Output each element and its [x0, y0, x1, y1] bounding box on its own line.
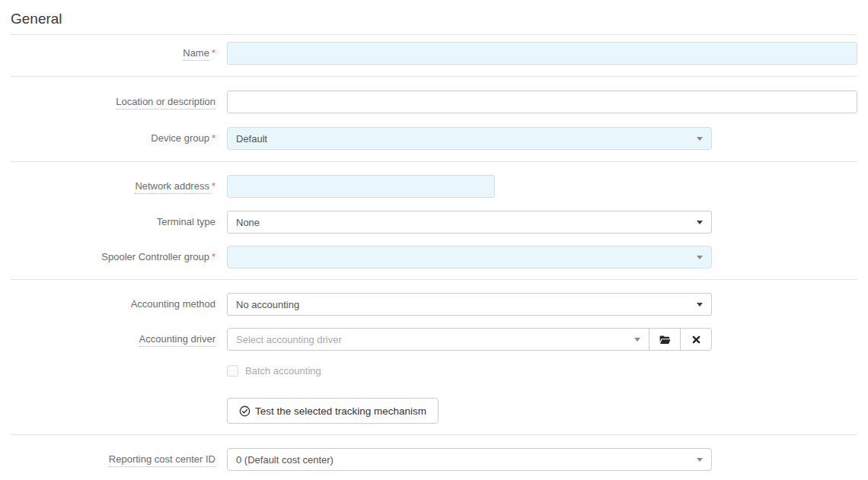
browse-driver-button[interactable]: [649, 328, 681, 351]
network-address-label: Network address*: [11, 180, 215, 192]
required-asterisk: *: [212, 47, 215, 59]
accounting-driver-label: Accounting driver: [11, 333, 215, 345]
terminal-type-label: Terminal type: [11, 216, 215, 228]
device-group-select[interactable]: Default: [227, 127, 712, 150]
folder-open-icon: [659, 335, 671, 345]
chevron-down-icon: [697, 256, 703, 259]
required-asterisk: *: [212, 180, 215, 192]
batch-accounting-checkbox: [227, 365, 238, 377]
general-settings-panel: General Name* Location or description De…: [0, 11, 868, 471]
accounting-driver-select[interactable]: Select accounting driver: [227, 328, 649, 351]
network-address-input[interactable]: [227, 175, 495, 198]
accounting-driver-group: Select accounting driver: [227, 328, 712, 351]
row-terminal-type: Terminal type None: [11, 211, 857, 234]
name-input[interactable]: [227, 42, 857, 65]
name-label: Name*: [11, 47, 215, 59]
row-accounting-driver: Accounting driver Select accounting driv…: [11, 328, 857, 351]
location-input[interactable]: [227, 91, 857, 113]
chevron-down-icon: [697, 221, 703, 224]
section-divider: [11, 76, 857, 77]
reporting-cost-center-label: Reporting cost center ID: [11, 453, 215, 466]
required-asterisk: *: [212, 132, 215, 144]
row-spooler-controller-group: Spooler Controller group*: [11, 246, 857, 269]
chevron-down-icon: [697, 458, 703, 462]
test-tracking-button[interactable]: Test the selected tracking mechanism: [227, 398, 439, 424]
row-batch-accounting: Batch accounting: [11, 365, 857, 377]
terminal-type-select[interactable]: None: [227, 211, 712, 234]
test-tracking-button-label: Test the selected tracking mechanism: [255, 405, 426, 417]
accounting-method-select[interactable]: No accounting: [227, 293, 712, 316]
section-divider: [11, 34, 857, 35]
row-device-group: Device group* Default: [11, 127, 857, 150]
chevron-down-icon: [634, 338, 640, 342]
chevron-down-icon: [697, 303, 703, 307]
row-name: Name*: [11, 42, 857, 65]
clear-x-icon: [692, 335, 700, 344]
section-divider: [11, 161, 857, 162]
device-group-label: Device group*: [11, 132, 215, 145]
chevron-down-icon: [697, 137, 703, 141]
clear-driver-button[interactable]: [680, 328, 712, 351]
row-test-tracking: Test the selected tracking mechanism: [11, 398, 857, 424]
row-location: Location or description: [11, 91, 857, 113]
batch-accounting-label: Batch accounting: [245, 365, 321, 377]
row-network-address: Network address*: [11, 175, 857, 198]
section-divider: [11, 279, 857, 280]
location-label: Location or description: [11, 96, 215, 108]
accounting-method-label: Accounting method: [11, 298, 215, 310]
spooler-controller-group-select[interactable]: [227, 246, 712, 269]
spooler-controller-group-label: Spooler Controller group*: [11, 251, 215, 263]
row-reporting-cost-center: Reporting cost center ID 0 (Default cost…: [11, 448, 857, 471]
required-asterisk: *: [212, 251, 215, 262]
check-circle-icon: [239, 405, 251, 417]
row-accounting-method: Accounting method No accounting: [11, 293, 857, 316]
reporting-cost-center-select[interactable]: 0 (Default cost center): [227, 448, 712, 471]
section-divider: [11, 434, 857, 435]
page-title: General: [11, 11, 857, 27]
